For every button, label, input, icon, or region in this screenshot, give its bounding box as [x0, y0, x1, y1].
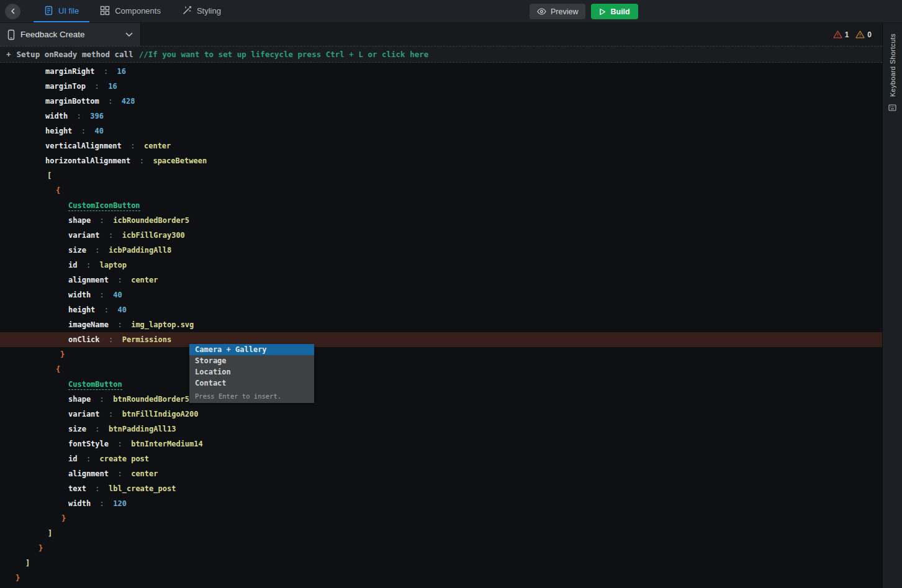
code-value: btnFillIndigoA200	[122, 410, 199, 418]
code-line[interactable]: height : 40	[0, 124, 882, 138]
code-bracket: {	[56, 365, 60, 374]
setup-label: Setup onReady method call	[17, 50, 133, 59]
code-line[interactable]: alignment : center	[0, 466, 882, 481]
build-label: Build	[610, 7, 629, 16]
code-line[interactable]: }	[0, 571, 882, 586]
code-line[interactable]: variant : btnFillIndigoA200	[0, 407, 882, 422]
code-line[interactable]: horizontalAlignment : spaceBetween	[0, 153, 882, 168]
code-key: text	[68, 484, 86, 493]
tab-label: UI file	[58, 6, 79, 16]
code-line[interactable]: marginRight : 16	[0, 64, 882, 79]
error-badge[interactable]: 1	[833, 30, 849, 39]
code-line[interactable]: CustomButton	[0, 377, 882, 392]
code-line[interactable]: shape : btnRoundedBorder5	[0, 392, 882, 407]
code-bracket: ]	[25, 559, 30, 568]
code-key: width	[68, 291, 91, 299]
tab-label: Components	[115, 6, 161, 16]
autocomplete-item[interactable]: Storage	[189, 355, 314, 366]
autocomplete-item[interactable]: Contact	[189, 378, 314, 389]
topbar-actions: Preview Build	[530, 4, 638, 19]
code-key: marginTop	[45, 82, 86, 91]
autocomplete-item[interactable]: Camera + Gallery	[189, 344, 314, 355]
code-line[interactable]: width : 396	[0, 109, 882, 124]
code-value: 40	[94, 127, 103, 135]
code-line[interactable]: }	[0, 347, 882, 362]
code-line[interactable]: ]	[0, 526, 882, 541]
autocomplete-popup: Camera + GalleryStorageLocationContactPr…	[189, 344, 314, 403]
code-colon: :	[100, 335, 122, 344]
code-line[interactable]: imageName : img_laptop.svg	[0, 317, 882, 332]
back-button[interactable]	[5, 4, 20, 19]
code-line[interactable]: id : create post	[0, 451, 882, 466]
keyboard-shortcuts-toggle[interactable]: Keyboard Shortcuts	[889, 34, 896, 97]
code-colon: :	[91, 216, 113, 225]
code-colon: :	[86, 246, 109, 255]
code-line[interactable]: fontStyle : btnInterMedium14	[0, 436, 882, 451]
warning-badge[interactable]: 0	[855, 30, 872, 39]
code-line[interactable]: width : 40	[0, 287, 882, 302]
code-line[interactable]: size : icbPaddingAll8	[0, 243, 882, 258]
code-value: create post	[100, 455, 149, 463]
code-colon: :	[77, 455, 99, 463]
keyboard-icon[interactable]	[888, 104, 896, 111]
code-colon: :	[109, 440, 131, 448]
code-value: laptop	[100, 261, 127, 269]
code-line[interactable]: [	[0, 168, 882, 183]
code-value: btnRoundedBorder5	[113, 395, 189, 404]
code-value: btnInterMedium14	[131, 440, 203, 448]
code-line[interactable]: }	[0, 541, 882, 556]
code-value: 16	[108, 82, 117, 91]
code-line[interactable]: variant : icbFillGray300	[0, 228, 882, 243]
code-line[interactable]: {	[0, 183, 882, 198]
tab-components[interactable]: Components	[89, 0, 171, 22]
code-key: shape	[68, 216, 91, 225]
code-line[interactable]: id : laptop	[0, 258, 882, 273]
code-line[interactable]: }	[0, 511, 882, 526]
code-line[interactable]: alignment : center	[0, 273, 882, 287]
setup-onready-bar[interactable]: + Setup onReady method call //If you wan…	[0, 46, 882, 63]
code-colon: :	[91, 395, 113, 404]
code-bracket: }	[60, 350, 65, 359]
code-line[interactable]: size : btnPaddingAll13	[0, 422, 882, 436]
code-line[interactable]: CustomIconButton	[0, 198, 882, 213]
code-line[interactable]: ]	[0, 556, 882, 571]
code-colon: :	[91, 499, 113, 508]
code-key: variant	[68, 231, 100, 240]
autocomplete-item[interactable]: Location	[189, 366, 314, 378]
code-line[interactable]: {	[0, 362, 882, 377]
screen-selector[interactable]: Feedback Create	[0, 23, 141, 46]
code-colon: :	[94, 67, 117, 76]
code-line[interactable]: text : lbl_create_post	[0, 481, 882, 496]
code-bracket: ]	[48, 529, 52, 538]
tab-ui-file[interactable]: UI file	[34, 0, 89, 22]
code-value: spaceBetween	[153, 156, 207, 165]
code-colon: :	[72, 127, 94, 135]
code-line[interactable]: shape : icbRoundedBorder5	[0, 213, 882, 228]
code-colon: :	[68, 112, 90, 120]
preview-button[interactable]: Preview	[530, 4, 585, 19]
warning-count: 0	[867, 30, 872, 39]
code-value: img_laptop.svg	[131, 320, 194, 329]
code-editor[interactable]: marginRight : 16marginTop : 16marginBott…	[0, 63, 882, 588]
code-line[interactable]: height : 40	[0, 302, 882, 317]
setup-comment[interactable]: //If you want to set up lifecycle press …	[139, 50, 429, 59]
code-line[interactable]: onClick : Permissions	[0, 332, 882, 347]
code-colon: :	[86, 484, 109, 493]
code-value: icbPaddingAll8	[109, 246, 171, 255]
code-key: id	[68, 261, 77, 269]
right-panel-strip: Keyboard Shortcuts	[882, 23, 902, 588]
eye-icon	[537, 8, 546, 15]
code-line[interactable]: verticalAlignment : center	[0, 138, 882, 153]
code-colon: :	[109, 469, 131, 478]
code-key: height	[45, 127, 72, 135]
code-key: verticalAlignment	[45, 142, 122, 150]
tab-styling[interactable]: Styling	[171, 0, 232, 22]
autocomplete-hint: Press Enter to insert.	[189, 391, 314, 401]
code-key: marginBottom	[45, 97, 99, 106]
code-line[interactable]: marginTop : 16	[0, 79, 882, 94]
code-line[interactable]: width : 120	[0, 496, 882, 511]
build-button[interactable]: Build	[591, 4, 638, 19]
code-line[interactable]: marginBottom : 428	[0, 94, 882, 109]
code-colon: :	[109, 320, 131, 329]
plus-icon: +	[6, 50, 11, 59]
